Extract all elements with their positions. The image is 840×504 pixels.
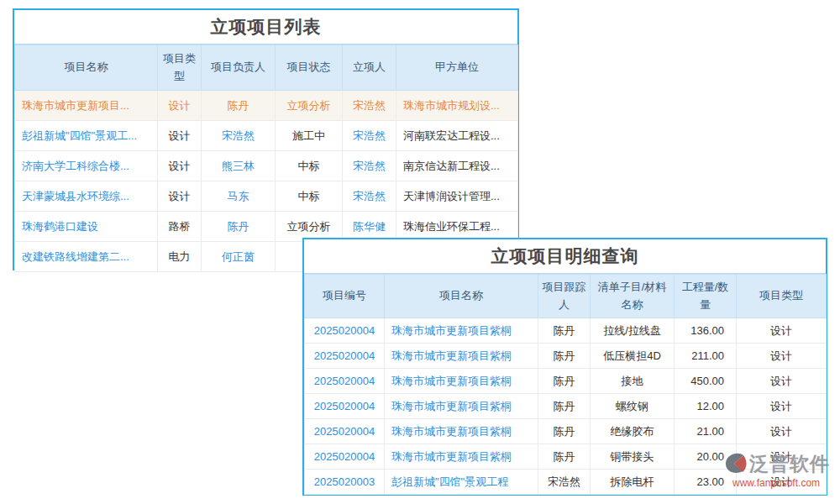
creator-link[interactable]: 宋浩然 xyxy=(343,121,396,151)
project-name-link[interactable]: 彭祖新城"四馆"景观工... xyxy=(15,121,158,151)
project-type-cell: 路桥 xyxy=(158,212,202,242)
project-name-link[interactable]: 济南大学工科综合楼... xyxy=(15,151,158,181)
quantity-cell: 12.00 xyxy=(675,394,737,419)
project-code-link[interactable]: 2025020004 xyxy=(305,318,385,344)
project-row[interactable]: 珠海市城市更新项目... 设计 陈丹 立项分析 宋浩然 珠海市城市规划设... xyxy=(15,91,518,121)
project-list-header-row: 项目名称 项目类型 项目负责人 项目状态 立项人 甲方单位 xyxy=(15,45,518,91)
material-cell: 绝缘胶布 xyxy=(591,419,675,444)
detail-row[interactable]: 2025020004 珠海市城市更新项目紫桐 陈丹 铜带接头 20.00 设计 xyxy=(305,444,827,470)
project-type-cell: 设计 xyxy=(737,318,827,344)
creator-link[interactable]: 宋浩然 xyxy=(343,91,396,121)
project-detail-panel: 立项项目明细查询 项目编号 项目名称 项目跟踪人 清单子目/材料名称 工程量/数… xyxy=(302,238,827,496)
material-cell: 铜带接头 xyxy=(591,444,675,470)
client-unit-cell: 河南联宏达工程设... xyxy=(396,121,518,151)
project-code-link[interactable]: 2025020004 xyxy=(305,344,385,369)
tracker-cell: 陈丹 xyxy=(538,318,591,344)
project-list-title: 立项项目列表 xyxy=(14,10,517,45)
project-type-cell: 设计 xyxy=(737,444,827,470)
project-code-link[interactable]: 2025020004 xyxy=(305,419,385,444)
project-name-link[interactable]: 珠海市城市更新项目紫桐 xyxy=(385,419,538,444)
project-name-link[interactable]: 珠海市城市更新项目紫桐 xyxy=(385,344,538,369)
col-header-tracker: 项目跟踪人 xyxy=(538,275,591,318)
project-type-cell: 电力 xyxy=(158,242,202,272)
project-name-link[interactable]: 珠海市城市更新项目紫桐 xyxy=(385,444,538,470)
project-code-link[interactable]: 2025020003 xyxy=(305,470,385,495)
project-code-link[interactable]: 2025020004 xyxy=(305,394,385,419)
tracker-cell: 陈丹 xyxy=(538,394,591,419)
project-code-link[interactable]: 2025020004 xyxy=(305,369,385,394)
detail-row[interactable]: 2025020004 珠海市城市更新项目紫桐 陈丹 拉线/拉线盘 136.00 … xyxy=(305,318,827,344)
col-header-project-name: 项目名称 xyxy=(15,45,158,91)
client-unit-cell: 天津博润设计管理... xyxy=(396,181,518,212)
detail-row[interactable]: 2025020004 珠海市城市更新项目紫桐 陈丹 接地 450.00 设计 xyxy=(305,369,827,394)
material-cell: 拆除电杆 xyxy=(591,470,675,495)
project-status-cell: 立项分析 xyxy=(276,91,343,121)
tracker-cell: 陈丹 xyxy=(538,419,591,444)
quantity-cell: 23.00 xyxy=(675,470,737,495)
col-header-project-type: 项目类型 xyxy=(737,275,827,318)
detail-row[interactable]: 2025020004 珠海市城市更新项目紫桐 陈丹 螺纹钢 12.00 设计 xyxy=(305,394,827,419)
project-status-cell: 中标 xyxy=(276,151,343,181)
project-manager-link[interactable]: 何正茵 xyxy=(202,242,276,272)
project-manager-link[interactable]: 陈丹 xyxy=(202,91,276,121)
project-name-link[interactable]: 天津蒙城县水环境综... xyxy=(15,181,158,212)
quantity-cell: 136.00 xyxy=(675,318,737,344)
project-detail-title: 立项项目明细查询 xyxy=(304,239,826,274)
material-cell: 低压横担4D xyxy=(591,344,675,369)
project-type-cell: 设计 xyxy=(737,419,827,444)
material-cell: 接地 xyxy=(591,369,675,394)
creator-link[interactable]: 宋浩然 xyxy=(343,181,396,212)
project-name-link[interactable]: 珠海市城市更新项目紫桐 xyxy=(385,394,538,419)
project-row[interactable]: 彭祖新城"四馆"景观工... 设计 宋浩然 施工中 宋浩然 河南联宏达工程设..… xyxy=(15,121,518,151)
project-row[interactable]: 天津蒙城县水环境综... 设计 马东 中标 宋浩然 天津博润设计管理... xyxy=(15,181,518,212)
project-type-cell: 设计 xyxy=(737,470,827,495)
tracker-cell: 宋浩然 xyxy=(538,470,591,495)
quantity-cell: 211.00 xyxy=(675,344,737,369)
detail-row[interactable]: 2025020004 珠海市城市更新项目紫桐 陈丹 绝缘胶布 21.00 设计 xyxy=(305,419,827,444)
project-type-cell: 设计 xyxy=(158,151,202,181)
project-manager-link[interactable]: 陈丹 xyxy=(202,212,276,242)
project-manager-link[interactable]: 宋浩然 xyxy=(202,121,276,151)
project-name-link[interactable]: 珠海市城市更新项目紫桐 xyxy=(385,369,538,394)
client-unit-cell: 珠海市城市规划设... xyxy=(396,91,518,121)
project-code-link[interactable]: 2025020004 xyxy=(305,444,385,470)
project-type-cell: 设计 xyxy=(737,369,827,394)
project-name-link[interactable]: 珠海市城市更新项目紫桐 xyxy=(385,318,538,344)
project-manager-link[interactable]: 马东 xyxy=(202,181,276,212)
col-header-creator: 立项人 xyxy=(343,45,396,91)
project-status-cell: 中标 xyxy=(276,181,343,212)
project-type-cell: 设计 xyxy=(158,181,202,212)
detail-row[interactable]: 2025020004 珠海市城市更新项目紫桐 陈丹 低压横担4D 211.00 … xyxy=(305,344,827,369)
project-detail-table: 项目编号 项目名称 项目跟踪人 清单子目/材料名称 工程量/数量 项目类型 20… xyxy=(304,274,827,495)
col-header-project-code: 项目编号 xyxy=(305,275,385,318)
project-type-cell: 设计 xyxy=(158,91,202,121)
col-header-project-name: 项目名称 xyxy=(385,275,538,318)
project-type-cell: 设计 xyxy=(158,121,202,151)
tracker-cell: 陈丹 xyxy=(538,344,591,369)
col-header-client-unit: 甲方单位 xyxy=(396,45,518,91)
creator-link[interactable]: 宋浩然 xyxy=(343,151,396,181)
project-type-cell: 设计 xyxy=(737,394,827,419)
project-name-link[interactable]: 珠海市城市更新项目... xyxy=(15,91,158,121)
client-unit-cell: 南京信达新工程设... xyxy=(396,151,518,181)
quantity-cell: 450.00 xyxy=(675,369,737,394)
material-cell: 螺纹钢 xyxy=(591,394,675,419)
tracker-cell: 陈丹 xyxy=(538,444,591,470)
col-header-project-status: 项目状态 xyxy=(276,45,343,91)
project-name-link[interactable]: 改建铁路线增建第二... xyxy=(15,242,158,272)
col-header-material-name: 清单子目/材料名称 xyxy=(591,275,675,318)
col-header-project-type: 项目类型 xyxy=(158,45,202,91)
project-manager-link[interactable]: 熊三林 xyxy=(202,151,276,181)
detail-row[interactable]: 2025020003 彭祖新城"四馆"景观工程 宋浩然 拆除电杆 23.00 设… xyxy=(305,470,827,495)
project-list-panel: 立项项目列表 项目名称 项目类型 项目负责人 项目状态 立项人 甲方单位 珠海市… xyxy=(13,8,519,270)
material-cell: 拉线/拉线盘 xyxy=(591,318,675,344)
project-type-cell: 设计 xyxy=(737,344,827,369)
project-name-link[interactable]: 珠海鹤港口建设 xyxy=(15,212,158,242)
quantity-cell: 21.00 xyxy=(675,419,737,444)
tracker-cell: 陈丹 xyxy=(538,369,591,394)
project-detail-header-row: 项目编号 项目名称 项目跟踪人 清单子目/材料名称 工程量/数量 项目类型 xyxy=(305,275,827,318)
project-name-link[interactable]: 彭祖新城"四馆"景观工程 xyxy=(385,470,538,495)
project-row[interactable]: 济南大学工科综合楼... 设计 熊三林 中标 宋浩然 南京信达新工程设... xyxy=(15,151,518,181)
project-status-cell: 施工中 xyxy=(276,121,343,151)
col-header-quantity: 工程量/数量 xyxy=(675,275,737,318)
